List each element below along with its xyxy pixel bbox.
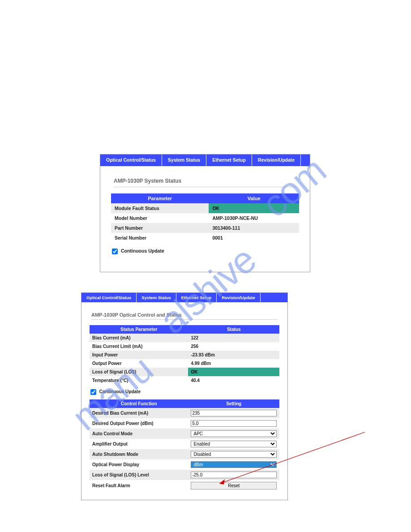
table-row: Auto Shutdown Mode Disabled xyxy=(90,449,279,459)
continuous-update-row: Continuous Update xyxy=(112,248,299,254)
param-label: Reset Fault Alarm xyxy=(90,480,188,491)
table-row: Desired Output Power (dBm) xyxy=(90,418,279,429)
param-label: Amplifier Output xyxy=(90,439,188,449)
amplifier-output-select[interactable]: Enabled xyxy=(191,441,277,447)
param-label: Optical Power Display xyxy=(90,459,188,470)
table-row: Model Number AMP-1030P-NCE-NU xyxy=(111,213,299,223)
table-header-row: Control Function Setting xyxy=(90,399,279,408)
table-header-row: Parameter Value xyxy=(111,193,299,203)
param-label: Auto Shutdown Mode xyxy=(90,449,188,459)
tab-bar: Optical Control/Status System Status Eth… xyxy=(81,293,287,302)
table-row: Auto Control Mode APC xyxy=(90,429,279,439)
table-row: Loss of Signal (LOS) OK xyxy=(90,368,279,376)
param-value: AMP-1030P-NCE-NU xyxy=(209,213,299,223)
param-label: Module Fault Status xyxy=(111,203,209,213)
tab-revision-update[interactable]: Revision/Update xyxy=(252,154,301,166)
optical-control-panel: Optical Control/Status System Status Eth… xyxy=(81,292,288,500)
param-label: Loss of Signal (LOS) xyxy=(90,368,188,376)
tab-bar: Optical Control/Status System Status Eth… xyxy=(100,154,310,166)
param-label: Serial Number xyxy=(111,233,209,243)
param-value: 4.99 dBm xyxy=(188,359,279,368)
param-label: Model Number xyxy=(111,213,209,223)
table-row: Bias Current Limit (mA) 256 xyxy=(90,342,279,351)
param-label: Desired Output Power (dBm) xyxy=(90,418,188,429)
table-row: Loss of Signal (LOS) Level xyxy=(90,470,279,480)
table-row: Output Power 4.99 dBm xyxy=(90,359,279,368)
header-value: Value xyxy=(209,193,299,203)
tab-optical-control[interactable]: Optical Control/Status xyxy=(100,154,162,166)
continuous-update-label: Continuous Update xyxy=(99,389,141,394)
system-status-table: Parameter Value Module Fault Status OK M… xyxy=(111,193,299,243)
table-row: Temperature (°C) 40.4 xyxy=(90,376,279,385)
system-status-panel: Optical Control/Status System Status Eth… xyxy=(100,154,310,272)
los-level-input[interactable] xyxy=(191,472,277,478)
auto-control-mode-select[interactable]: APC xyxy=(191,430,277,437)
continuous-update-label: Continuous Update xyxy=(121,248,164,253)
header-status-parameter: Status Parameter xyxy=(90,325,188,334)
divider xyxy=(114,187,296,187)
param-value: 122 xyxy=(188,334,279,342)
table-row: Part Number 3013400-111 xyxy=(111,223,299,233)
param-value: 0001 xyxy=(209,233,299,243)
status-badge-ok: OK xyxy=(209,203,299,213)
continuous-update-checkbox[interactable] xyxy=(90,389,96,395)
tab-optical-control[interactable]: Optical Control/Status xyxy=(81,293,137,302)
header-status: Status xyxy=(188,325,279,334)
table-row: Amplifier Output Enabled xyxy=(90,439,279,449)
param-label: Auto Control Mode xyxy=(90,429,188,439)
auto-shutdown-mode-select[interactable]: Disabled xyxy=(191,451,277,458)
continuous-update-checkbox[interactable] xyxy=(112,249,118,254)
tab-system-status[interactable]: System Status xyxy=(137,293,176,302)
table-row: Optical Power Display dBm xyxy=(90,459,279,470)
page-title: AMP-1030P System Status xyxy=(114,178,299,184)
desired-bias-current-input[interactable] xyxy=(191,410,277,416)
table-row: Desired Bias Current (mA) xyxy=(90,408,279,418)
table-row: Reset Fault Alarm Reset xyxy=(90,480,279,491)
table-row: Bias Current (mA) 122 xyxy=(90,334,279,342)
header-parameter: Parameter xyxy=(111,193,209,203)
tab-system-status[interactable]: System Status xyxy=(162,154,206,166)
param-label: Input Power xyxy=(90,351,188,359)
status-badge-ok: OK xyxy=(188,368,279,376)
param-value: 40.4 xyxy=(188,376,279,385)
page-title: AMP-1030P Optical Control and Status xyxy=(91,312,279,317)
param-label: Bias Current Limit (mA) xyxy=(90,342,188,351)
tab-fill xyxy=(261,293,287,302)
param-value: -23.93 dBm xyxy=(188,351,279,359)
table-row: Serial Number 0001 xyxy=(111,233,299,243)
table-header-row: Status Parameter Status xyxy=(90,325,279,334)
param-label: Loss of Signal (LOS) Level xyxy=(90,470,188,480)
optical-power-display-select[interactable]: dBm xyxy=(191,461,277,468)
continuous-update-row: Continuous Update xyxy=(90,389,279,395)
desired-output-power-input[interactable] xyxy=(191,420,277,427)
param-label: Bias Current (mA) xyxy=(90,334,188,342)
header-control-function: Control Function xyxy=(90,399,188,408)
control-table: Control Function Setting Desired Bias Cu… xyxy=(90,399,279,491)
tab-revision-update[interactable]: Revision/Update xyxy=(217,293,260,302)
tab-ethernet-setup[interactable]: Ethernet Setup xyxy=(176,293,217,302)
param-value: 256 xyxy=(188,342,279,351)
param-label: Desired Bias Current (mA) xyxy=(90,408,188,418)
status-table: Status Parameter Status Bias Current (mA… xyxy=(90,325,279,385)
param-label: Part Number xyxy=(111,223,209,233)
reset-button[interactable]: Reset xyxy=(191,482,277,489)
divider xyxy=(91,319,278,320)
param-value: 3013400-111 xyxy=(209,223,299,233)
tab-fill xyxy=(301,154,310,166)
header-setting: Setting xyxy=(188,399,279,408)
table-row: Input Power -23.93 dBm xyxy=(90,351,279,359)
param-label: Output Power xyxy=(90,359,188,368)
param-label: Temperature (°C) xyxy=(90,376,188,385)
tab-ethernet-setup[interactable]: Ethernet Setup xyxy=(206,154,252,166)
table-row: Module Fault Status OK xyxy=(111,203,299,213)
